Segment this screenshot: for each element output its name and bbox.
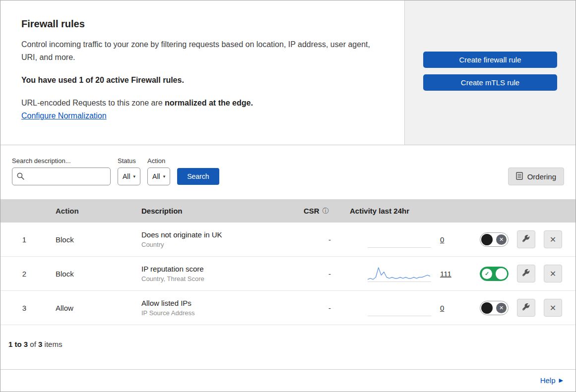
rule-action: Allow: [48, 304, 134, 312]
row-index: 1: [0, 235, 48, 244]
action-label: Action: [147, 157, 170, 165]
rule-description-cell: Allow listed IPs IP Source Address: [134, 299, 296, 317]
rule-description-cell: IP reputation score Country, Threat Scor…: [134, 265, 296, 282]
action-select[interactable]: All ▾: [147, 168, 170, 185]
activity-cell: 111: [345, 265, 464, 282]
column-header-csr: CSR ⓘ: [296, 207, 345, 216]
usage-summary: You have used 1 of 20 active Firewall ru…: [21, 76, 384, 85]
chevron-down-icon: ▾: [163, 174, 166, 179]
toggle-knob: [496, 268, 507, 280]
rule-description-sub: Country: [141, 241, 296, 248]
items-total: 3: [38, 340, 42, 348]
status-label: Status: [118, 157, 140, 165]
rule-action: Block: [48, 270, 134, 278]
help-bar: Help ▶: [0, 369, 576, 392]
create-mtls-rule-button[interactable]: Create mTLS rule: [423, 74, 557, 91]
column-header-activity: Activity last 24hr: [345, 207, 464, 215]
wrench-icon: [522, 269, 530, 279]
activity-count-link[interactable]: 111: [440, 270, 451, 278]
search-button[interactable]: Search: [177, 168, 219, 185]
status-field: Status All ▾: [118, 157, 140, 185]
normalization-note: URL-encoded Requests to this zone are no…: [21, 99, 384, 108]
wrench-icon: [522, 235, 530, 244]
table-row: 1 Block Does not originate in UK Country…: [0, 223, 576, 257]
row-controls: ✕: [464, 265, 576, 282]
search-description-label: Search description...: [12, 157, 111, 165]
rule-description-cell: Does not originate in UK Country: [134, 230, 296, 248]
edit-rule-button[interactable]: [517, 299, 535, 317]
items-summary: 1 to 3 of 3 items: [0, 325, 576, 361]
toggle-state-icon: [496, 303, 507, 313]
items-range: 1 to 3: [8, 340, 28, 348]
activity-cell: 0: [345, 299, 464, 316]
normalization-text: URL-encoded Requests to this zone are: [21, 99, 163, 107]
edit-rule-button[interactable]: [517, 265, 535, 282]
rule-description: IP reputation score: [141, 265, 296, 273]
activity-sparkline: [368, 231, 431, 248]
intro-card: Firewall rules Control incoming traffic …: [0, 0, 405, 145]
search-icon: [16, 172, 25, 180]
rule-toggle[interactable]: [480, 267, 509, 281]
activity-sparkline: [368, 299, 431, 316]
row-index: 3: [0, 304, 48, 312]
ordering-list-icon: [516, 172, 523, 181]
column-header-action: Action: [48, 207, 134, 215]
delete-rule-button[interactable]: ✕: [544, 265, 562, 282]
toggle-state-icon: [482, 269, 492, 279]
rule-action: Block: [48, 235, 134, 244]
info-icon[interactable]: ⓘ: [322, 207, 329, 216]
top-section: Firewall rules Control incoming traffic …: [0, 0, 576, 145]
table-row: 3 Allow Allow listed IPs IP Source Addre…: [0, 291, 576, 325]
items-word: items: [45, 340, 63, 348]
table-row: 2 Block IP reputation score Country, Thr…: [0, 257, 576, 291]
search-field: Search description...: [12, 157, 111, 185]
csr-value: -: [296, 235, 345, 244]
csr-value: -: [296, 270, 345, 278]
status-select[interactable]: All ▾: [118, 168, 140, 185]
actions-panel: Create firewall rule Create mTLS rule: [405, 0, 576, 145]
row-controls: ✕: [464, 230, 576, 248]
csr-value: -: [296, 304, 345, 312]
ordering-label: Ordering: [527, 172, 556, 181]
delete-rule-button[interactable]: ✕: [544, 299, 562, 317]
help-arrow-icon: ▶: [559, 377, 563, 384]
rule-description: Does not originate in UK: [141, 230, 296, 239]
normalization-bold: normalized at the edge.: [165, 99, 253, 107]
delete-rule-button[interactable]: ✕: [544, 230, 562, 248]
csr-header-label: CSR: [304, 207, 320, 215]
rule-description: Allow listed IPs: [141, 299, 296, 307]
rule-toggle[interactable]: [480, 232, 509, 247]
toggle-knob: [481, 234, 493, 245]
row-index: 2: [0, 270, 48, 278]
rule-description-sub: Country, Threat Score: [141, 275, 296, 282]
search-input[interactable]: [12, 168, 111, 185]
row-controls: ✕: [464, 299, 576, 317]
toggle-knob: [481, 302, 493, 314]
ordering-button[interactable]: Ordering: [508, 168, 564, 185]
edit-rule-button[interactable]: [517, 230, 535, 248]
search-box: [12, 168, 111, 185]
activity-sparkline: [368, 265, 431, 282]
activity-count-link[interactable]: 0: [440, 304, 444, 312]
toggle-state-icon: [496, 234, 507, 245]
page-title: Firewall rules: [21, 18, 384, 30]
help-label: Help: [540, 376, 556, 385]
table-header: Action Description CSR ⓘ Activity last 2…: [0, 199, 576, 223]
create-firewall-rule-button[interactable]: Create firewall rule: [423, 52, 557, 68]
close-icon: ✕: [550, 235, 556, 244]
activity-count-link[interactable]: 0: [440, 235, 444, 244]
help-link[interactable]: Help ▶: [540, 376, 563, 385]
status-value: All: [123, 172, 130, 180]
rule-toggle[interactable]: [480, 301, 509, 315]
items-of: of: [30, 340, 36, 348]
firewall-rules-page: Firewall rules Control incoming traffic …: [0, 0, 576, 392]
column-header-description: Description: [134, 207, 296, 215]
page-description: Control incoming traffic to your zone by…: [21, 38, 384, 64]
activity-cell: 0: [345, 231, 464, 248]
close-icon: ✕: [550, 269, 556, 279]
configure-normalization-link[interactable]: Configure Normalization: [21, 112, 107, 120]
filter-bar: Search description... Status All ▾ Actio…: [0, 145, 576, 199]
chevron-down-icon: ▾: [133, 174, 136, 179]
action-field: Action All ▾: [147, 157, 170, 185]
rule-description-sub: IP Source Address: [141, 309, 296, 317]
